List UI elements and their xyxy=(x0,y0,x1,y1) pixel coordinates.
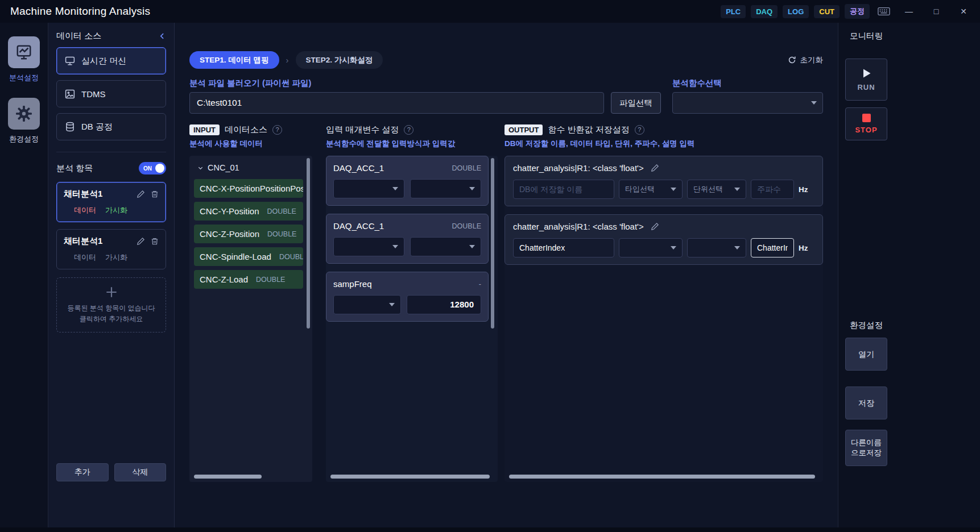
source-label: DB 공정 xyxy=(81,122,113,132)
horizontal-scrollbar[interactable] xyxy=(194,475,262,479)
param-value-select[interactable] xyxy=(410,179,481,198)
edit-icon[interactable] xyxy=(137,237,145,246)
add-button[interactable]: 추가 xyxy=(56,463,109,481)
source-label: 실시간 머신 xyxy=(81,56,126,66)
chevron-down-icon xyxy=(392,245,398,248)
chevron-down-icon xyxy=(671,246,676,250)
unit-select[interactable]: 단위선택 xyxy=(687,180,746,199)
source-realtime-machine-button[interactable]: 실시간 머신 xyxy=(56,47,166,74)
add-analysis-box[interactable]: 등록된 분석 항목이 없습니다 클릭하여 추가하세요 xyxy=(56,277,166,332)
output-column-title: 함수 반환값 저장설정 xyxy=(548,124,629,135)
param-value-input[interactable]: 12800 xyxy=(407,295,481,314)
analysis-item-card[interactable]: 채터분석1 데이터 가시화 xyxy=(56,229,166,269)
delete-button[interactable]: 삭제 xyxy=(114,463,167,481)
plus-icon xyxy=(61,285,161,300)
input-column-title: 데이터소스 xyxy=(225,124,267,135)
help-icon[interactable]: ? xyxy=(635,125,644,135)
analysis-item-title: 채터분석1 xyxy=(64,189,102,200)
horizontal-scrollbar[interactable] xyxy=(509,475,815,479)
sidebar-item-analysis-settings[interactable]: 분석설정 xyxy=(8,36,40,83)
type-select[interactable] xyxy=(619,238,683,257)
edit-icon[interactable] xyxy=(651,222,659,231)
source-db-process-button[interactable]: DB 공정 xyxy=(56,113,166,140)
monitor-icon xyxy=(65,56,75,66)
analysis-function-select[interactable] xyxy=(672,92,823,114)
save-button[interactable]: 저장 xyxy=(845,386,887,419)
source-label: TDMS xyxy=(81,89,106,99)
rail-label-analysis: 분석설정 xyxy=(9,73,39,83)
help-icon[interactable]: ? xyxy=(272,125,282,135)
cut-badge[interactable]: CUT xyxy=(814,5,840,18)
datasource-item[interactable]: CNC-Z-Position DOUBLE xyxy=(194,225,303,243)
edit-icon[interactable] xyxy=(137,190,145,198)
run-button[interactable]: RUN xyxy=(845,59,887,101)
vertical-scrollbar[interactable] xyxy=(491,158,494,329)
main-content: STEP1. 데이터 맵핑 › STEP2. 가시화설정 초기화 분석 파일 불… xyxy=(175,23,838,527)
open-button[interactable]: 열기 xyxy=(845,338,887,371)
output-panel: chatter_analysis|R1: <class 'float'> 타입선… xyxy=(505,156,823,482)
trash-icon[interactable] xyxy=(151,190,159,198)
db-name-input[interactable] xyxy=(513,238,614,257)
sidebar-item-environment-settings[interactable]: 환경설정 xyxy=(8,98,40,144)
keyboard-icon[interactable] xyxy=(878,7,890,16)
param-method-select[interactable] xyxy=(333,295,401,314)
datasource-panel: 데이터 소스 실시간 머신 TDMS DB 공정 분석 항목 xyxy=(48,23,175,527)
stop-button[interactable]: STOP xyxy=(845,107,887,140)
minimize-button[interactable]: — xyxy=(900,7,917,16)
maximize-button[interactable]: □ xyxy=(928,7,945,16)
param-value-select[interactable] xyxy=(410,237,481,256)
vertical-scrollbar[interactable] xyxy=(307,158,310,329)
param-method-select[interactable] xyxy=(333,237,404,256)
tag-visualization[interactable]: 가시화 xyxy=(105,252,127,263)
refresh-icon xyxy=(788,56,796,64)
save-as-button[interactable]: 다른이름으로저장 xyxy=(845,430,887,466)
analysis-toggle[interactable]: ON xyxy=(139,162,166,174)
log-badge[interactable]: LOG xyxy=(783,5,809,18)
param-method-select[interactable] xyxy=(333,179,404,198)
param-card: DAQ_ACC_1 DOUBLE xyxy=(326,214,489,264)
collapse-panel-icon[interactable] xyxy=(159,32,166,40)
tag-visualization[interactable]: 가시화 xyxy=(105,205,127,215)
tag-data[interactable]: 데이터 xyxy=(74,252,96,263)
settings-gear-icon xyxy=(8,98,40,130)
frequency-input[interactable] xyxy=(751,238,794,257)
reset-button[interactable]: 초기화 xyxy=(788,55,824,65)
tree-group-cnc01[interactable]: CNC_01 xyxy=(194,160,303,175)
tab-step2-visualization[interactable]: STEP2. 가시화설정 xyxy=(296,51,383,69)
monitoring-label: 모니터링 xyxy=(845,31,887,41)
source-tdms-button[interactable]: TDMS xyxy=(56,80,166,107)
chevron-down-icon xyxy=(671,188,676,191)
function-select-label: 분석함수선택 xyxy=(672,78,823,89)
input-column-subtitle: 분석에 사용할 데이터 xyxy=(189,139,312,149)
tab-step1-data-mapping[interactable]: STEP1. 데이터 맵핑 xyxy=(189,51,279,69)
frequency-input[interactable] xyxy=(751,180,794,199)
file-select-button[interactable]: 파일선택 xyxy=(611,92,661,114)
input-badge: INPUT xyxy=(189,124,220,135)
environment-settings-label: 환경설정 xyxy=(845,320,887,331)
chevron-down-icon xyxy=(392,187,398,190)
datasource-item[interactable]: CNC-Z-Load DOUBLE xyxy=(194,270,303,289)
rail-label-environment: 환경설정 xyxy=(9,134,39,144)
process-badge[interactable]: 공정 xyxy=(845,4,870,19)
reset-label: 초기화 xyxy=(800,55,824,65)
horizontal-scrollbar[interactable] xyxy=(330,475,490,479)
monitoring-rail: 모니터링 RUN STOP 환경설정 열기 저장 다른이름으로저장 xyxy=(838,23,980,527)
param-card: DAQ_ACC_1 DOUBLE xyxy=(326,156,489,206)
trash-icon[interactable] xyxy=(151,237,159,246)
datasource-item[interactable]: CNC-X-PositionPositionPositionPosition D… xyxy=(194,179,303,198)
unit-select[interactable] xyxy=(687,238,746,257)
db-name-input[interactable] xyxy=(513,180,614,199)
tag-data[interactable]: 데이터 xyxy=(74,205,96,215)
file-path-input[interactable] xyxy=(189,92,604,114)
analysis-item-card[interactable]: 채터분석1 데이터 가시화 xyxy=(56,182,166,222)
chevron-down-icon xyxy=(469,187,475,190)
datasource-item[interactable]: CNC-Y-Position DOUBLE xyxy=(194,202,303,221)
database-icon xyxy=(65,122,75,132)
help-icon[interactable]: ? xyxy=(404,125,413,135)
type-select[interactable]: 타입선택 xyxy=(619,180,683,199)
close-button[interactable]: ✕ xyxy=(955,7,972,16)
edit-icon[interactable] xyxy=(651,164,659,172)
datasource-item[interactable]: CNC-Spindle-Load DOUBLE xyxy=(194,247,303,266)
plc-badge[interactable]: PLC xyxy=(721,5,746,18)
daq-badge[interactable]: DAQ xyxy=(751,5,778,18)
